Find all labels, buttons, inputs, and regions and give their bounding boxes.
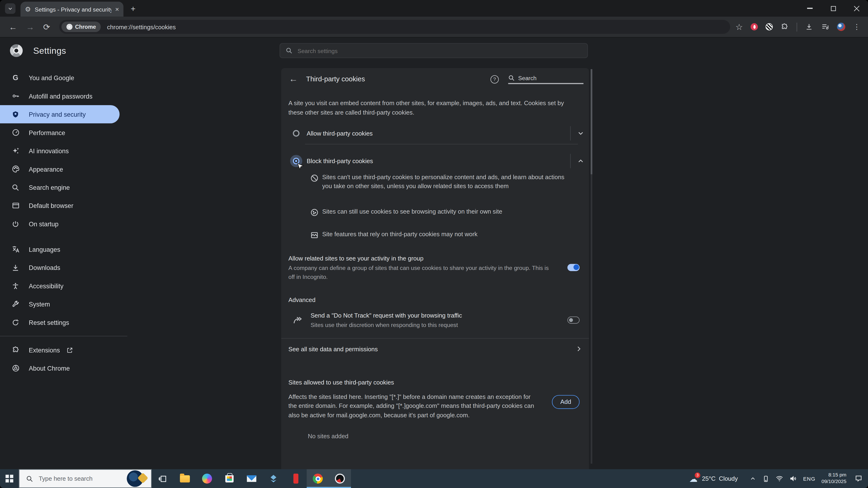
settings-search-input[interactable] [298, 47, 582, 54]
back-icon[interactable]: ← [9, 23, 17, 31]
copilot-button[interactable] [196, 469, 218, 488]
sidebar-item-on-startup[interactable]: On startup [0, 215, 127, 233]
dnt-toggle[interactable] [567, 317, 580, 324]
maximize-icon [831, 6, 836, 11]
sidebar-item-downloads[interactable]: Downloads [0, 258, 127, 276]
sidebar-item-system[interactable]: System [0, 295, 127, 313]
page-search-field[interactable]: Search [508, 74, 583, 84]
mail-button[interactable] [240, 469, 262, 488]
taskbar-search-placeholder: Type here to search [39, 475, 127, 482]
extension-disc-icon[interactable] [766, 23, 773, 31]
minimize-button[interactable] [798, 0, 822, 17]
sidebar-item-privacy-and-security[interactable]: Privacy and security [0, 105, 120, 123]
start-button[interactable] [0, 469, 19, 488]
related-sites-row: Allow related sites to see your activity… [281, 254, 589, 281]
sidebar-item-extensions[interactable]: Extensions [0, 341, 127, 359]
wrench-icon [11, 300, 20, 308]
allowed-sites-section: Affects the sites listed here. Inserting… [281, 392, 589, 419]
help-icon[interactable]: ? [490, 75, 499, 83]
red-app-button[interactable] [284, 469, 307, 488]
mouse-cursor [296, 163, 305, 172]
sidebar-item-reset-settings[interactable]: Reset settings [0, 313, 127, 331]
taskbar-search-box[interactable]: Type here to search [19, 469, 152, 488]
site-badge-label: Chrome [75, 24, 96, 30]
profile-avatar[interactable] [837, 23, 845, 31]
wifi-tray-icon[interactable] [776, 475, 783, 483]
downloads-icon[interactable] [805, 23, 813, 31]
download-icon [11, 264, 20, 271]
sidebar-item-appearance[interactable]: Appearance [0, 160, 127, 178]
sidebar-item-performance[interactable]: Performance [0, 123, 127, 141]
sidebar-item-you-and-google[interactable]: G You and Google [0, 69, 127, 87]
no-sites-added-label: No sites added [281, 432, 589, 439]
tray-expand-button[interactable] [749, 475, 756, 482]
search-icon [11, 184, 20, 191]
task-view-button[interactable] [152, 469, 174, 488]
sidebar-item-search-engine[interactable]: Search engine [0, 178, 127, 196]
browser-tab[interactable]: ⚙ Settings - Privacy and security × [21, 2, 124, 17]
scrollbar-track[interactable] [591, 69, 592, 463]
extensions-puzzle-icon[interactable] [780, 23, 789, 31]
related-sites-description: A company can define a group of sites th… [288, 264, 555, 281]
minimize-icon [807, 8, 813, 9]
search-highlight-image[interactable] [127, 470, 143, 487]
radio-allow[interactable] [293, 130, 300, 137]
weather-widget[interactable]: ☁ 3 25°C Cloudy [689, 475, 738, 483]
notification-icon [855, 475, 863, 483]
sidebar-item-languages[interactable]: Languages [0, 240, 127, 258]
send-request-icon [293, 315, 303, 325]
action-center-button[interactable] [855, 475, 863, 483]
maximize-button[interactable] [822, 0, 845, 17]
add-site-button[interactable]: Add [552, 395, 580, 409]
windows-taskbar: Type here to search ☁ 3 25°C Cloudy [0, 469, 868, 488]
see-all-site-data-row[interactable]: See all site data and permissions [281, 338, 589, 359]
url-text: chrome://settings/cookies [107, 24, 176, 30]
bookmark-star-icon[interactable]: ☆ [736, 23, 743, 31]
forward-icon[interactable]: → [26, 23, 34, 31]
tab-search-button[interactable] [5, 3, 16, 14]
device-tray-icon[interactable] [762, 475, 769, 482]
language-indicator[interactable]: ENG [803, 476, 815, 482]
option-block-third-party[interactable]: Block third-party cookies [281, 153, 589, 169]
chevron-up-icon[interactable] [577, 157, 585, 165]
chrome-taskbar-button[interactable] [307, 469, 329, 488]
address-bar[interactable]: Chrome chrome://settings/cookies [59, 20, 730, 34]
microsoft-store-button[interactable] [218, 469, 240, 488]
related-sites-toggle[interactable] [567, 264, 580, 271]
media-controls-icon[interactable] [821, 23, 829, 31]
sidebar-item-about-chrome[interactable]: About Chrome [0, 359, 127, 377]
sidebar-item-default-browser[interactable]: Default browser [0, 196, 127, 215]
tab-close-icon[interactable]: × [115, 6, 119, 12]
sidebar-item-accessibility[interactable]: Accessibility [0, 276, 127, 295]
sidebar-item-autofill[interactable]: Autofill and passwords [0, 87, 127, 105]
search-icon [508, 74, 515, 81]
clock-widget[interactable]: 8:15 pm 09/10/2025 [822, 472, 846, 485]
store-bag-icon [225, 475, 233, 482]
recorder-app-button[interactable] [329, 469, 351, 488]
menu-kebab-icon[interactable]: ⋮ [853, 23, 861, 31]
window-controls [798, 0, 868, 17]
extension-red-icon[interactable] [750, 23, 758, 31]
chevron-down-icon[interactable] [577, 129, 585, 137]
close-button[interactable] [845, 0, 868, 17]
related-sites-title: Allow related sites to see your activity… [288, 254, 555, 263]
new-tab-button[interactable]: + [131, 4, 135, 12]
option-allow-third-party[interactable]: Allow third-party cookies [281, 126, 589, 141]
tab-strip: ⚙ Settings - Privacy and security × + [0, 0, 868, 17]
reload-icon[interactable]: ⟳ [43, 23, 50, 31]
settings-search-box[interactable] [280, 43, 588, 58]
speedometer-icon [11, 128, 20, 136]
chevron-down-icon [8, 6, 13, 11]
sidebar-item-ai-innovations[interactable]: AI innovations [0, 142, 127, 160]
settings-header: Settings [0, 37, 868, 64]
scrollbar-thumb[interactable] [591, 69, 592, 174]
back-arrow-icon[interactable]: ← [289, 74, 298, 84]
option-divider [305, 144, 578, 144]
site-info-badge[interactable]: Chrome [61, 22, 101, 32]
blue-app-button[interactable] [262, 469, 284, 488]
clock-date: 09/10/2025 [822, 479, 846, 485]
file-explorer-button[interactable] [174, 469, 196, 488]
dnt-title: Send a "Do Not Track" request with your … [311, 311, 554, 320]
external-link-icon [66, 347, 73, 353]
volume-tray-icon[interactable] [789, 475, 797, 483]
